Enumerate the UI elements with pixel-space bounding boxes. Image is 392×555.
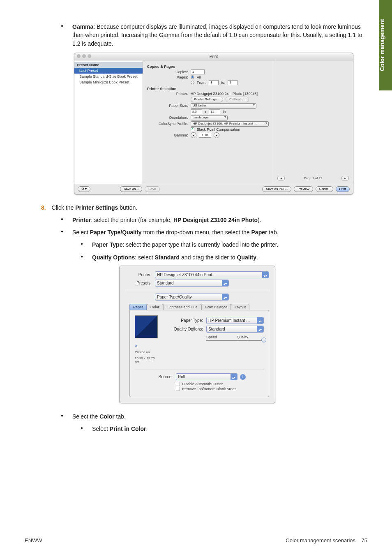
copies-label: Copies: <box>155 70 188 74</box>
dialog-footer: ⚙ ▾ Save As... Save Save as PDF... Previ… <box>74 184 353 194</box>
paper-bullet: Select Paper Type/Quality from the drop-… <box>61 228 367 236</box>
printer-mid: : select the printer (for example, <box>91 217 173 223</box>
next-page-button[interactable]: ▸ <box>341 176 349 180</box>
window-titlebar: Print <box>74 53 353 60</box>
save-as-pdf-button[interactable]: Save as PDF... <box>262 186 291 192</box>
printcolor-b: Print in Color <box>110 426 146 432</box>
paper-mid: from the drop-down menu, then select the <box>142 229 251 236</box>
pages-from-radio[interactable] <box>191 81 194 84</box>
source-dropdown[interactable]: Roll▴▾ <box>176 373 238 380</box>
gamma-input[interactable] <box>199 133 211 138</box>
footer-left: ENWW <box>25 537 42 543</box>
page-footer: ENWW Color management scenarios 75 <box>25 537 367 543</box>
calibrate-button[interactable]: Calibrate... <box>226 97 249 102</box>
print-color-bullet: Select Print in Color. <box>81 425 367 433</box>
gamma-field-label: Gamma: <box>155 133 188 137</box>
info-icon[interactable]: i <box>240 374 246 380</box>
footer-right-label: Color management scenarios <box>286 537 355 543</box>
quality-slider[interactable]: Speed Quality <box>206 335 264 339</box>
colorsync-label: ColorSync Profile: <box>155 122 188 126</box>
gamma-bullet: Gamma: Because computer displays are ill… <box>61 23 367 48</box>
ps-printer-dropdown[interactable]: HP Designjet Z3100 44in Phot...▴▾ <box>155 271 269 278</box>
ps-printer-label: Printer: <box>125 273 152 277</box>
papertype-tail: : select the paper type that is currentl… <box>122 241 278 248</box>
papertype-lead: Paper Type <box>92 241 122 248</box>
source-label: Source: <box>135 375 173 379</box>
quality-mid: : select <box>135 254 154 261</box>
prev-page-button[interactable]: ◂ <box>277 176 285 180</box>
tab-layout[interactable]: Layout <box>231 304 249 310</box>
pages-to-label: to: <box>221 81 225 85</box>
save-button[interactable]: Save <box>145 186 159 192</box>
aperture-print-dialog: Print Preset Name Last Preset Sample Sta… <box>74 53 353 194</box>
gamma-minus-button[interactable]: ◂ <box>191 132 196 138</box>
copies-input[interactable] <box>191 69 205 74</box>
copies-section: Copies & Pages <box>147 65 269 69</box>
footer-page-number: 75 <box>362 537 367 543</box>
preset-row[interactable]: Last Preset <box>74 68 143 74</box>
paper-type-dropdown[interactable]: HP Premium Instant-...▴▾ <box>206 317 264 324</box>
paper-h-input[interactable] <box>209 109 220 114</box>
bpc-checkbox[interactable] <box>191 127 194 131</box>
quality-b2: Quality <box>237 254 256 261</box>
paper-type-label: Paper Type: <box>165 318 203 323</box>
pages-all-radio[interactable] <box>191 75 194 79</box>
paper-size-label: Paper Size: <box>155 104 188 108</box>
colortab-pre: Select the <box>72 413 99 420</box>
printcolor-post: . <box>146 426 148 432</box>
paper-swatch <box>135 315 158 338</box>
paper-size-dropdown[interactable]: US Letter <box>191 103 256 109</box>
colorsync-dropdown[interactable]: HP Designjet Z3100: HP Premium Instant-… <box>191 121 269 127</box>
tab-gray-balance[interactable]: Gray Balance <box>201 304 231 310</box>
disable-cutter-label: Disable Automatic Cutter <box>182 382 223 386</box>
colortab-b: Color <box>99 413 115 420</box>
page-content: Gamma: Because computer displays are ill… <box>0 0 392 450</box>
pages-label: Pages: <box>155 75 188 79</box>
gamma-plus-button[interactable]: ▸ <box>214 132 219 138</box>
pages-all-text: All <box>197 75 201 79</box>
printer-lead: Printer <box>72 217 91 223</box>
printer-selection-section: Printer Selection <box>147 87 269 91</box>
orientation-dropdown[interactable]: Landscape <box>191 115 228 120</box>
paper-b1: Paper Type/Quality <box>90 229 142 236</box>
ps-tabs: Paper Color Lightness and Hue Gray Balan… <box>129 304 269 310</box>
preset-row[interactable]: Sample Standard-Size Book Preset <box>74 74 143 79</box>
save-as-button[interactable]: Save As... <box>120 186 142 192</box>
ps-presets-dropdown[interactable]: Standard▴▾ <box>155 280 229 287</box>
ps-panel-dropdown[interactable]: Paper Type/Quality▴▾ <box>155 294 229 301</box>
printed-on-value: 20.99 x 29.70 cm <box>135 356 159 364</box>
printer-settings-dialog: Printer: HP Designjet Z3100 44in Phot...… <box>119 266 275 403</box>
paper-w-input[interactable] <box>191 109 202 114</box>
printer-settings-button[interactable]: Printer Settings... <box>191 97 223 102</box>
preview-pane: ◂ Page 1 of 22 ▸ <box>273 60 353 184</box>
print-button[interactable]: Print <box>336 186 350 192</box>
pages-from-label: From: <box>197 81 207 85</box>
printer-value: HP Designjet Z3100 24in Photo [130948] <box>191 92 258 96</box>
ps-presets-label: Presets: <box>125 281 152 285</box>
preset-sidebar: Preset Name Last Preset Sample Standard-… <box>74 60 143 184</box>
cancel-button[interactable]: Cancel <box>316 186 333 192</box>
slider-speed-label: Speed <box>206 335 217 339</box>
quality-options-dropdown[interactable]: Standard▴▾ <box>206 326 264 333</box>
pages-to-input[interactable] <box>228 80 238 85</box>
disable-cutter-checkbox[interactable] <box>176 382 180 386</box>
preview-button[interactable]: Preview <box>294 186 313 192</box>
printer-label: Printer: <box>155 92 188 96</box>
tab-paper[interactable]: Paper <box>129 304 147 310</box>
quality-b1: Standard <box>154 254 180 261</box>
gamma-text: : Because computer displays are illumina… <box>72 23 362 47</box>
step8-pre: Click the <box>52 204 76 211</box>
quality-lead: Quality Options <box>92 254 135 261</box>
gear-menu-button[interactable]: ⚙ ▾ <box>78 186 90 192</box>
tab-color[interactable]: Color <box>147 304 163 310</box>
remove-blank-checkbox[interactable] <box>176 387 180 391</box>
quality-mid2: and drag the slider to <box>180 254 237 261</box>
pages-from-input[interactable] <box>209 80 219 85</box>
preset-row[interactable]: Sample Mini-Size Book Preset <box>74 79 143 85</box>
quality-bullet: Quality Options: select Standard and dra… <box>81 253 367 261</box>
step8-post: button. <box>118 204 137 211</box>
tab-lightness-hue[interactable]: Lightness and Hue <box>163 304 201 310</box>
printcolor-pre: Select <box>92 426 110 432</box>
quality-options-label: Quality Options: <box>165 327 203 331</box>
printer-bullet: Printer: select the printer (for example… <box>61 216 367 224</box>
